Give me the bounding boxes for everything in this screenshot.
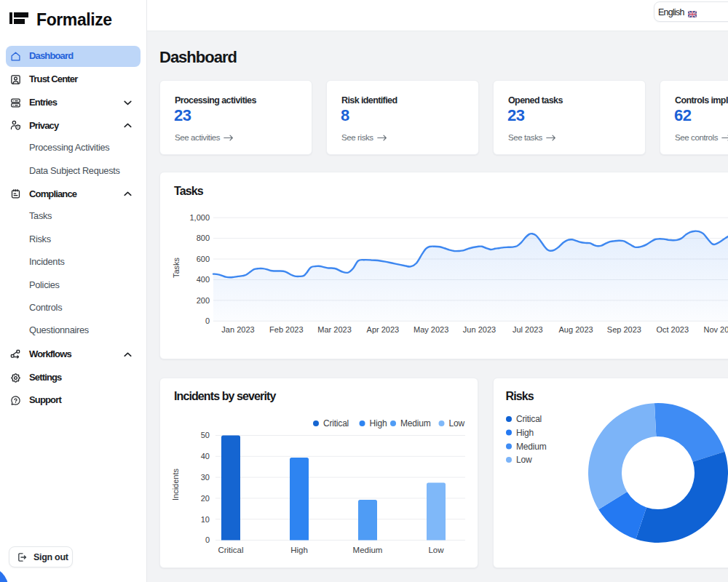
svg-text:High: High [516, 428, 534, 438]
svg-text:Critical: Critical [516, 414, 542, 424]
svg-text:40: 40 [201, 452, 210, 461]
svg-text:Low: Low [428, 546, 444, 554]
svg-text:Nov 2023: Nov 2023 [703, 325, 728, 334]
svg-text:Low: Low [449, 418, 465, 428]
svg-text:Medium: Medium [516, 442, 547, 452]
svg-text:Jan 2023: Jan 2023 [221, 325, 254, 334]
svg-text:600: 600 [197, 255, 210, 263]
svg-text:20: 20 [201, 494, 210, 503]
svg-text:0: 0 [205, 316, 210, 325]
svg-text:Critical: Critical [323, 418, 349, 428]
svg-text:10: 10 [201, 515, 210, 524]
svg-text:400: 400 [197, 275, 210, 284]
svg-text:30: 30 [201, 473, 210, 482]
svg-text:Feb 2023: Feb 2023 [269, 325, 303, 334]
svg-text:50: 50 [201, 431, 210, 439]
svg-text:0: 0 [205, 535, 210, 544]
svg-text:Jun 2023: Jun 2023 [463, 325, 496, 334]
svg-text:Oct 2023: Oct 2023 [656, 325, 689, 334]
svg-text:Low: Low [516, 455, 532, 465]
svg-text:Jul 2023: Jul 2023 [513, 325, 543, 334]
svg-text:Medium: Medium [400, 418, 431, 428]
svg-text:Tasks: Tasks [172, 257, 181, 278]
svg-text:Medium: Medium [353, 546, 383, 554]
svg-text:May 2023: May 2023 [414, 325, 448, 334]
svg-text:Apr 2023: Apr 2023 [367, 325, 400, 334]
svg-text:Aug 2023: Aug 2023 [559, 325, 593, 334]
svg-text:1,000: 1,000 [189, 213, 210, 222]
svg-text:High: High [370, 418, 387, 428]
svg-text:Mar 2023: Mar 2023 [317, 325, 351, 334]
svg-text:Incidents: Incidents [171, 468, 180, 501]
svg-text:200: 200 [197, 296, 210, 305]
svg-text:800: 800 [197, 234, 210, 242]
svg-text:Sep 2023: Sep 2023 [607, 325, 641, 334]
svg-text:High: High [290, 546, 308, 554]
svg-text:Critical: Critical [218, 546, 243, 554]
